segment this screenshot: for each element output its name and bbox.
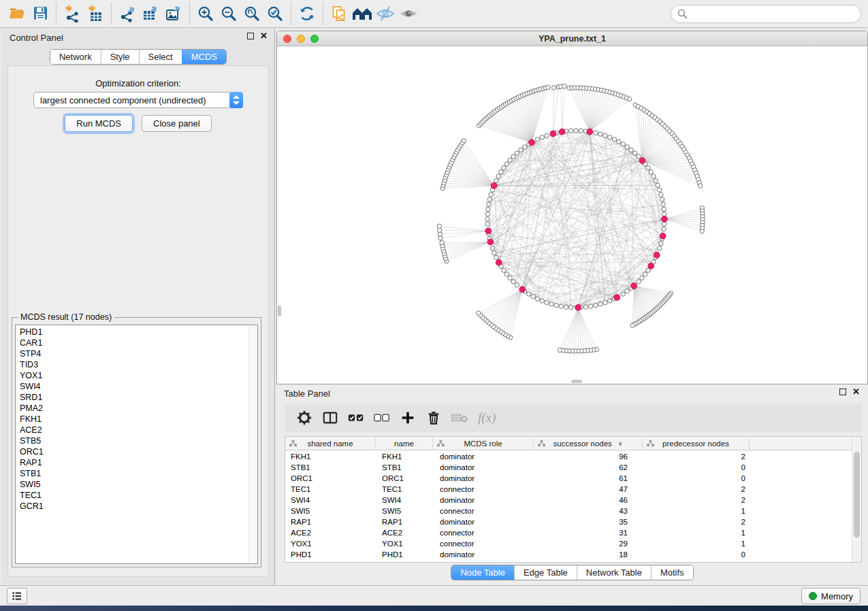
memory-button[interactable]: Memory [801,588,861,604]
mcds-hub-node[interactable] [559,129,565,135]
network-node[interactable] [546,85,550,89]
result-node-item[interactable]: STP4 [16,348,248,359]
tab-network[interactable]: Network [50,50,101,64]
table-cell[interactable]: 62 [534,462,643,473]
network-node[interactable] [652,174,656,178]
table-cell[interactable]: SWI5 [285,506,376,516]
table-cell[interactable]: 18 [534,549,643,560]
mcds-hub-node[interactable] [614,295,620,301]
close-panel-button[interactable]: Close panel [142,115,212,132]
result-node-item[interactable]: SWI5 [16,479,248,490]
network-node[interactable] [531,295,535,299]
network-node[interactable] [603,301,607,305]
column-header-name[interactable]: name [376,437,433,450]
table-cell[interactable]: TEC1 [285,484,376,495]
tab-select[interactable]: Select [139,50,182,64]
tab-edge-table[interactable]: Edge Table [514,565,577,580]
table-cell[interactable]: 2 [643,484,750,495]
table-cell[interactable]: SWI5 [376,506,433,516]
search-field[interactable] [671,5,861,23]
network-node[interactable] [662,222,666,226]
network-node[interactable] [700,229,704,233]
table-row[interactable]: ACE2ACE2connector311 [285,527,852,538]
table-cell[interactable]: 46 [534,495,643,506]
network-node[interactable] [640,276,644,280]
network-node[interactable] [643,272,647,276]
table-cell[interactable]: 0 [643,473,750,484]
network-node[interactable] [511,154,515,159]
mcds-hub-node[interactable] [631,283,637,289]
network-node[interactable] [564,305,568,309]
network-node[interactable] [549,302,553,306]
table-cell[interactable]: 2 [643,451,750,462]
table-cell[interactable]: connector [433,527,534,538]
network-node[interactable] [437,224,441,228]
table-cell[interactable]: 29 [534,538,643,549]
column-header-shared-name[interactable]: shared name [285,437,376,450]
hide-selected-icon[interactable] [374,3,397,24]
table-cell[interactable]: dominator [433,516,534,527]
save-session-icon[interactable] [29,3,52,24]
network-node[interactable] [551,85,556,89]
network-node[interactable] [659,193,663,197]
mcds-hub-node[interactable] [496,259,502,265]
network-node[interactable] [660,197,664,201]
network-node[interactable] [569,306,573,310]
network-node[interactable] [661,202,665,206]
table-cell[interactable]: connector [433,506,534,516]
float-panel-icon[interactable] [839,389,846,395]
network-canvas-area[interactable] [277,46,867,384]
table-cell[interactable]: 43 [534,506,643,516]
tab-style[interactable]: Style [101,50,139,64]
duplicate-network-icon[interactable] [327,3,351,24]
show-all-icon[interactable] [397,3,420,24]
network-node[interactable] [527,292,531,296]
result-node-item[interactable]: TEC1 [16,490,248,501]
table-cell[interactable]: dominator [433,495,534,506]
table-cell[interactable]: dominator [433,549,534,560]
network-node[interactable] [574,129,578,133]
network-node[interactable] [477,311,481,315]
table-cell[interactable]: 0 [643,549,750,560]
mcds-hub-node[interactable] [660,233,666,239]
table-cell[interactable]: SWI4 [376,495,433,506]
result-node-item[interactable]: SWI4 [16,381,248,392]
network-node[interactable] [492,251,496,255]
tab-network-table[interactable]: Network Table [577,565,651,580]
export-table-icon[interactable] [139,3,162,24]
table-cell[interactable]: 0 [643,462,750,473]
tab-motifs[interactable]: Motifs [651,565,693,580]
network-node[interactable] [494,255,498,259]
network-node[interactable] [562,84,566,88]
table-cell[interactable]: 1 [643,527,750,538]
mcds-hub-node[interactable] [648,263,654,269]
network-node[interactable] [637,280,641,284]
table-cell[interactable]: 61 [534,473,643,484]
network-node[interactable] [629,148,633,152]
network-node[interactable] [485,217,489,221]
table-cell[interactable]: STB1 [376,462,433,473]
network-node[interactable] [646,166,650,170]
network-node[interactable] [662,207,666,211]
network-node[interactable] [621,292,625,296]
table-cell[interactable]: PHD1 [285,549,376,560]
column-header-successor-nodes[interactable]: successor nodes∨ [534,437,643,450]
table-row[interactable]: ORC1ORC1dominator610 [285,473,852,484]
mcds-hub-node[interactable] [662,216,668,222]
table-cell[interactable]: dominator [433,451,534,462]
table-row[interactable]: TEC1TEC1connector472 [285,484,852,495]
table-scrollbar-thumb[interactable] [854,452,860,538]
float-panel-icon[interactable] [247,33,254,39]
add-column-icon[interactable] [395,408,421,428]
mcds-hub-node[interactable] [550,131,556,137]
network-node[interactable] [589,304,593,308]
result-node-item[interactable]: PMA2 [16,403,248,414]
table-row[interactable]: RAP1RAP1dominator352 [285,516,852,527]
network-node[interactable] [523,145,527,149]
network-node[interactable] [569,129,573,133]
table-row[interactable]: PHD1PHD1dominator180 [285,549,852,560]
network-node[interactable] [630,323,634,327]
network-node[interactable] [545,133,549,137]
result-node-item[interactable]: STB1 [16,468,248,479]
network-horizontal-scrollbar[interactable] [571,380,582,383]
